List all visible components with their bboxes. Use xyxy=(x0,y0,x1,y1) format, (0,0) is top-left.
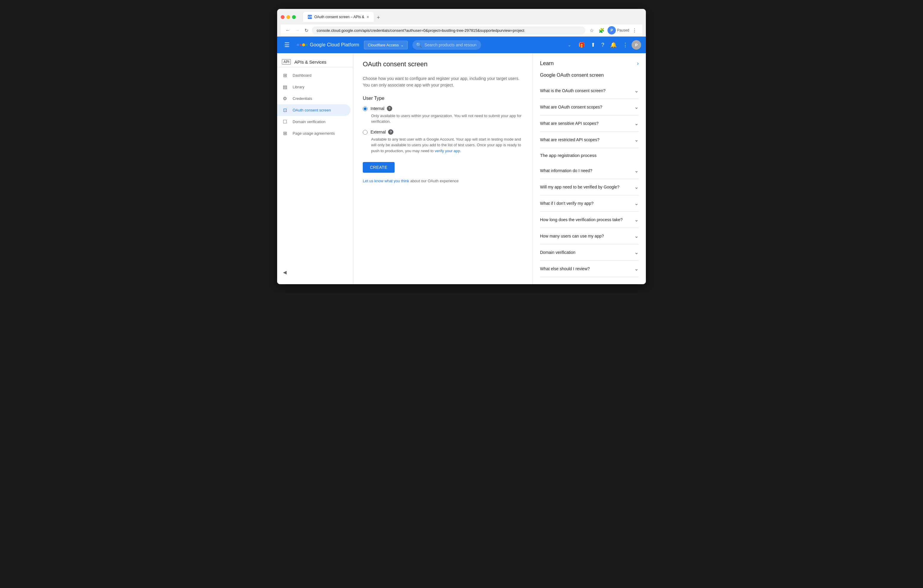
collapse-sidebar-button[interactable]: ◄ xyxy=(279,267,290,278)
browser-controls: API OAuth consent screen – APIs & × + xyxy=(281,12,642,22)
learn-item-2[interactable]: What are sensitive API scopes? ⌄ xyxy=(540,115,639,132)
learn-expand-icon[interactable]: › xyxy=(637,60,639,67)
verify-app-link[interactable]: verify your app xyxy=(435,149,460,153)
chevron-down-icon-2: ⌄ xyxy=(634,120,639,126)
learn-app-item-label-3: How long does the verification process t… xyxy=(540,217,634,222)
sidebar-item-credentials[interactable]: ⚙ Credentials xyxy=(277,93,351,104)
hamburger-menu-button[interactable]: ☰ xyxy=(282,39,292,51)
gcp-logo: Google Cloud Platform xyxy=(297,42,359,48)
browser-user-avatar[interactable]: P xyxy=(608,26,616,34)
learn-app-item-0[interactable]: What information do I need? ⌄ xyxy=(540,163,639,179)
toolbar-actions: ☆ 🧩 P Paused ⋮ xyxy=(588,26,639,34)
learn-header: Learn › xyxy=(540,60,639,67)
chevron-down-icon-app-1: ⌄ xyxy=(634,184,639,190)
sidebar-item-icon-credentials: ⚙ xyxy=(282,96,288,101)
maximize-window-button[interactable] xyxy=(292,15,296,19)
logo-dot-red xyxy=(300,44,302,46)
browser-tabs: API OAuth consent screen – APIs & × + xyxy=(303,12,383,22)
extensions-button[interactable]: 🧩 xyxy=(597,26,606,34)
gcp-topnav: ☰ Google Cloud Platform Cloudflare Acces… xyxy=(277,36,646,53)
sidebar-nav: ⊞ Dashboard ▤ Library ⚙ Credentials ⊡ OA… xyxy=(277,69,353,139)
sidebar-item-label-domain-verification: Domain verification xyxy=(292,120,325,124)
sidebar-item-label-credentials: Credentials xyxy=(292,96,312,101)
sidebar-item-dashboard[interactable]: ⊞ Dashboard xyxy=(277,69,351,81)
nav-user-avatar[interactable]: P xyxy=(632,40,641,50)
app-registration-title: The app registration process xyxy=(540,153,639,158)
sidebar-item-oauth-consent[interactable]: ⊡ OAuth consent screen xyxy=(277,104,351,116)
forward-button[interactable]: → xyxy=(294,26,301,34)
bookmark-button[interactable]: ☆ xyxy=(588,26,596,34)
internal-radio-option: Internal ? Only available to users withi… xyxy=(363,106,523,125)
tab-title: OAuth consent screen – APIs & xyxy=(314,15,364,19)
learn-item-3[interactable]: What are restricted API scopes? ⌄ xyxy=(540,132,639,148)
external-radio-input[interactable] xyxy=(363,130,368,135)
internal-radio-label-row: Internal ? xyxy=(371,106,523,111)
address-bar[interactable] xyxy=(312,26,585,34)
reload-button[interactable]: ↻ xyxy=(303,26,310,34)
chevron-down-icon-app-5: ⌄ xyxy=(634,249,639,256)
learn-item-label-2: What are sensitive API scopes? xyxy=(540,121,634,126)
search-expand-icon: ⌄ xyxy=(568,43,571,47)
learn-app-item-6[interactable]: What else should I review? ⌄ xyxy=(540,261,639,277)
external-help-icon[interactable]: ? xyxy=(388,129,393,135)
chevron-down-icon-0: ⌄ xyxy=(634,87,639,94)
new-tab-button[interactable]: + xyxy=(374,13,383,22)
learn-item-1[interactable]: What are OAuth consent scopes? ⌄ xyxy=(540,99,639,115)
search-input[interactable] xyxy=(412,40,481,50)
sidebar-item-domain-verification[interactable]: ☐ Domain verification xyxy=(277,116,351,128)
learn-section-title: Google OAuth consent screen xyxy=(540,72,639,78)
sidebar: API APIs & Services ⊞ Dashboard ▤ Librar… xyxy=(277,53,353,284)
gift-icon-button[interactable]: 🎁 xyxy=(576,39,587,51)
minimize-window-button[interactable] xyxy=(286,15,290,19)
learn-app-item-label-4: How many users can use my app? xyxy=(540,234,634,238)
main-content: OAuth consent screen Choose how you want… xyxy=(353,53,533,284)
api-badge: API xyxy=(282,59,291,64)
learn-app-item-4[interactable]: How many users can use my app? ⌄ xyxy=(540,228,639,244)
notifications-button[interactable]: 🔔 xyxy=(608,39,619,51)
learn-app-item-3[interactable]: How long does the verification process t… xyxy=(540,212,639,228)
browser-more-button[interactable]: ⋮ xyxy=(631,26,639,34)
close-window-button[interactable] xyxy=(281,15,284,19)
tab-close-button[interactable]: × xyxy=(367,15,369,19)
cloudflare-access-button[interactable]: Cloudflare Access ⌄ xyxy=(364,41,408,49)
chevron-down-icon-1: ⌄ xyxy=(634,104,639,110)
app-body: API APIs & Services ⊞ Dashboard ▤ Librar… xyxy=(277,53,646,284)
learn-app-item-2[interactable]: What if I don't verify my app? ⌄ xyxy=(540,195,639,212)
create-button[interactable]: CREATE xyxy=(363,162,394,173)
sidebar-item-label-dashboard: Dashboard xyxy=(292,73,312,77)
logo-dot-yellow xyxy=(302,43,305,46)
internal-help-icon[interactable]: ? xyxy=(387,106,392,111)
sidebar-item-icon-oauth-consent: ⊡ xyxy=(282,107,288,113)
sidebar-item-icon-domain-verification: ☐ xyxy=(282,119,288,125)
logo-dot-green xyxy=(305,44,307,46)
learn-app-item-1[interactable]: Will my app need to be verified by Googl… xyxy=(540,179,639,195)
learn-app-items: What information do I need? ⌄ Will my ap… xyxy=(540,163,639,277)
feedback-link[interactable]: Let us know what you think xyxy=(363,179,409,183)
back-button[interactable]: ← xyxy=(284,26,291,34)
external-radio-description: Available to any test user with a Google… xyxy=(371,136,523,154)
cloud-upload-icon-button[interactable]: ⬆ xyxy=(588,39,598,51)
more-options-button[interactable]: ⋮ xyxy=(620,39,631,51)
sidebar-item-label-library: Library xyxy=(292,85,304,89)
external-radio-option: External ? Available to any test user wi… xyxy=(363,129,523,154)
sidebar-item-library[interactable]: ▤ Library xyxy=(277,81,351,93)
search-icon: 🔍 xyxy=(416,42,422,48)
learn-item-0[interactable]: What is the OAuth consent screen? ⌄ xyxy=(540,83,639,99)
learn-item-label-0: What is the OAuth consent screen? xyxy=(540,88,634,93)
active-tab[interactable]: API OAuth consent screen – APIs & × xyxy=(303,12,374,22)
chevron-down-icon-3: ⌄ xyxy=(634,136,639,143)
sidebar-item-icon-dashboard: ⊞ xyxy=(282,72,288,78)
feedback-text: Let us know what you think about our OAu… xyxy=(363,179,523,183)
chevron-down-icon-app-0: ⌄ xyxy=(634,168,639,174)
sidebar-item-page-usage[interactable]: ⊞ Page usage agreements xyxy=(277,128,351,139)
browser-titlebar: API OAuth consent screen – APIs & × + ← … xyxy=(277,9,646,36)
learn-app-item-5[interactable]: Domain verification ⌄ xyxy=(540,244,639,261)
internal-radio-input[interactable] xyxy=(363,107,368,111)
help-icon-button[interactable]: ? xyxy=(599,39,607,51)
sidebar-item-label-oauth-consent: OAuth consent screen xyxy=(292,108,331,112)
chevron-down-icon-app-2: ⌄ xyxy=(634,200,639,207)
user-type-label: User Type xyxy=(363,96,523,101)
sidebar-item-icon-page-usage: ⊞ xyxy=(282,130,288,136)
user-type-radio-group: Internal ? Only available to users withi… xyxy=(363,106,523,154)
learn-app-item-label-2: What if I don't verify my app? xyxy=(540,201,634,206)
